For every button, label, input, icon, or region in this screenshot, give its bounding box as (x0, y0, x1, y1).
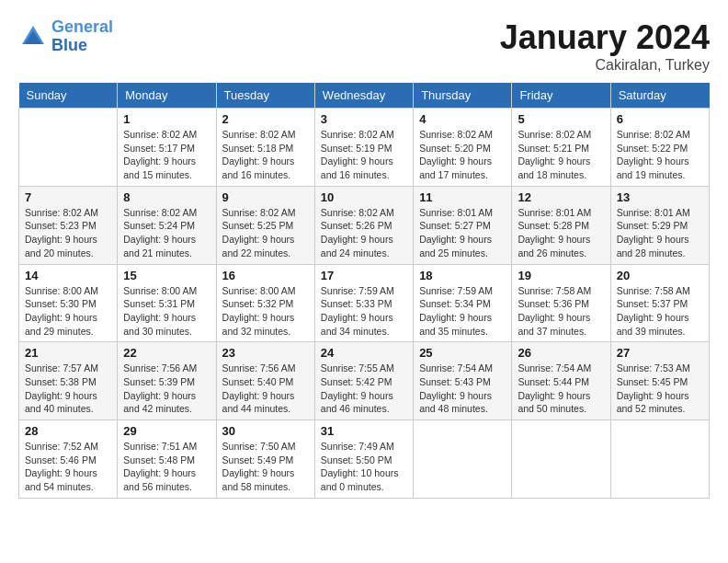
day-number: 4 (419, 112, 506, 126)
calendar-cell: 22Sunrise: 7:56 AM Sunset: 5:39 PM Dayli… (118, 342, 216, 420)
day-number: 9 (222, 190, 309, 204)
day-info: Sunrise: 7:49 AM Sunset: 5:50 PM Dayligh… (321, 440, 407, 494)
day-number: 29 (123, 424, 210, 438)
calendar-cell: 1Sunrise: 8:02 AM Sunset: 5:17 PM Daylig… (118, 109, 216, 187)
day-info: Sunrise: 8:02 AM Sunset: 5:23 PM Dayligh… (25, 206, 111, 260)
day-number: 21 (25, 346, 111, 360)
col-saturday: Saturday (610, 83, 709, 109)
day-number: 30 (222, 424, 309, 438)
day-number: 2 (222, 112, 309, 126)
day-number: 8 (123, 190, 210, 204)
day-number: 31 (321, 424, 407, 438)
day-number: 14 (25, 269, 111, 282)
day-info: Sunrise: 7:52 AM Sunset: 5:46 PM Dayligh… (25, 440, 111, 494)
calendar-cell: 30Sunrise: 7:50 AM Sunset: 5:49 PM Dayli… (216, 420, 314, 499)
calendar-cell (19, 109, 118, 187)
col-sunday: Sunday (19, 83, 118, 109)
day-info: Sunrise: 7:51 AM Sunset: 5:48 PM Dayligh… (123, 440, 210, 494)
col-thursday: Thursday (414, 83, 512, 109)
day-number: 25 (419, 346, 506, 360)
calendar-cell: 2Sunrise: 8:02 AM Sunset: 5:18 PM Daylig… (216, 109, 314, 187)
day-number: 26 (518, 346, 604, 360)
calendar-subtitle: Cakiralan, Turkey (500, 57, 710, 74)
logo-icon (18, 22, 48, 52)
day-info: Sunrise: 8:00 AM Sunset: 5:30 PM Dayligh… (25, 284, 111, 339)
day-number: 24 (321, 346, 407, 360)
day-info: Sunrise: 8:00 AM Sunset: 5:31 PM Dayligh… (123, 284, 210, 339)
day-number: 7 (25, 190, 111, 204)
day-info: Sunrise: 7:58 AM Sunset: 5:36 PM Dayligh… (518, 284, 604, 339)
calendar-cell: 23Sunrise: 7:56 AM Sunset: 5:40 PM Dayli… (216, 342, 314, 420)
calendar-cell: 13Sunrise: 8:01 AM Sunset: 5:29 PM Dayli… (610, 186, 709, 264)
day-info: Sunrise: 8:02 AM Sunset: 5:17 PM Dayligh… (123, 128, 210, 182)
calendar-cell: 4Sunrise: 8:02 AM Sunset: 5:20 PM Daylig… (414, 109, 512, 187)
day-number: 5 (518, 112, 604, 126)
day-info: Sunrise: 8:02 AM Sunset: 5:18 PM Dayligh… (222, 128, 309, 182)
calendar-cell: 24Sunrise: 7:55 AM Sunset: 5:42 PM Dayli… (314, 342, 413, 420)
day-number: 20 (617, 269, 703, 282)
calendar-cell: 9Sunrise: 8:02 AM Sunset: 5:25 PM Daylig… (216, 186, 314, 264)
col-wednesday: Wednesday (314, 83, 413, 109)
calendar-cell (414, 420, 512, 499)
calendar-cell: 27Sunrise: 7:53 AM Sunset: 5:45 PM Dayli… (610, 342, 709, 420)
day-number: 12 (518, 190, 604, 204)
day-number: 11 (419, 190, 506, 204)
day-number: 18 (419, 269, 506, 282)
calendar-cell: 3Sunrise: 8:02 AM Sunset: 5:19 PM Daylig… (314, 109, 413, 187)
calendar-cell (610, 420, 709, 499)
calendar-cell: 16Sunrise: 8:00 AM Sunset: 5:32 PM Dayli… (216, 264, 314, 342)
day-info: Sunrise: 7:59 AM Sunset: 5:34 PM Dayligh… (419, 284, 506, 339)
day-number: 22 (123, 346, 210, 360)
day-info: Sunrise: 8:01 AM Sunset: 5:28 PM Dayligh… (518, 206, 604, 260)
day-info: Sunrise: 7:58 AM Sunset: 5:37 PM Dayligh… (617, 284, 703, 339)
col-monday: Monday (118, 83, 216, 109)
calendar-cell: 25Sunrise: 7:54 AM Sunset: 5:43 PM Dayli… (414, 342, 512, 420)
calendar-cell: 11Sunrise: 8:01 AM Sunset: 5:27 PM Dayli… (414, 186, 512, 264)
logo: General Blue (18, 18, 113, 55)
day-number: 28 (25, 424, 111, 438)
day-info: Sunrise: 7:54 AM Sunset: 5:43 PM Dayligh… (419, 362, 506, 416)
title-block: January 2024 Cakiralan, Turkey (500, 18, 710, 74)
day-info: Sunrise: 7:54 AM Sunset: 5:44 PM Dayligh… (518, 362, 604, 416)
calendar-cell: 21Sunrise: 7:57 AM Sunset: 5:38 PM Dayli… (19, 342, 118, 420)
day-number: 13 (617, 190, 703, 204)
calendar-cell: 18Sunrise: 7:59 AM Sunset: 5:34 PM Dayli… (414, 264, 512, 342)
col-tuesday: Tuesday (216, 83, 314, 109)
day-info: Sunrise: 7:55 AM Sunset: 5:42 PM Dayligh… (321, 362, 407, 416)
page-header: General Blue January 2024 Cakiralan, Tur… (18, 18, 710, 74)
calendar-cell: 29Sunrise: 7:51 AM Sunset: 5:48 PM Dayli… (118, 420, 216, 499)
day-number: 23 (222, 346, 309, 360)
day-info: Sunrise: 8:02 AM Sunset: 5:22 PM Dayligh… (617, 128, 703, 182)
calendar-row-2: 7Sunrise: 8:02 AM Sunset: 5:23 PM Daylig… (19, 186, 710, 264)
calendar-cell: 7Sunrise: 8:02 AM Sunset: 5:23 PM Daylig… (19, 186, 118, 264)
calendar-cell: 19Sunrise: 7:58 AM Sunset: 5:36 PM Dayli… (512, 264, 610, 342)
calendar-row-4: 21Sunrise: 7:57 AM Sunset: 5:38 PM Dayli… (19, 342, 710, 420)
day-info: Sunrise: 8:02 AM Sunset: 5:24 PM Dayligh… (123, 206, 210, 260)
day-number: 10 (321, 190, 407, 204)
calendar-row-3: 14Sunrise: 8:00 AM Sunset: 5:30 PM Dayli… (19, 264, 710, 342)
day-info: Sunrise: 7:57 AM Sunset: 5:38 PM Dayligh… (25, 362, 111, 416)
calendar-table: Sunday Monday Tuesday Wednesday Thursday… (18, 83, 710, 499)
col-friday: Friday (512, 83, 610, 109)
day-info: Sunrise: 7:56 AM Sunset: 5:39 PM Dayligh… (123, 362, 210, 416)
calendar-title: January 2024 (500, 18, 710, 57)
calendar-cell: 26Sunrise: 7:54 AM Sunset: 5:44 PM Dayli… (512, 342, 610, 420)
day-info: Sunrise: 8:02 AM Sunset: 5:26 PM Dayligh… (321, 206, 407, 260)
calendar-header-row: Sunday Monday Tuesday Wednesday Thursday… (19, 83, 710, 109)
calendar-cell: 17Sunrise: 7:59 AM Sunset: 5:33 PM Dayli… (314, 264, 413, 342)
day-info: Sunrise: 8:02 AM Sunset: 5:20 PM Dayligh… (419, 128, 506, 182)
day-info: Sunrise: 8:00 AM Sunset: 5:32 PM Dayligh… (222, 284, 309, 339)
day-info: Sunrise: 8:02 AM Sunset: 5:21 PM Dayligh… (518, 128, 604, 182)
day-number: 3 (321, 112, 407, 126)
calendar-cell: 8Sunrise: 8:02 AM Sunset: 5:24 PM Daylig… (118, 186, 216, 264)
logo-text: General Blue (51, 18, 113, 55)
calendar-cell: 31Sunrise: 7:49 AM Sunset: 5:50 PM Dayli… (314, 420, 413, 499)
calendar-cell: 20Sunrise: 7:58 AM Sunset: 5:37 PM Dayli… (610, 264, 709, 342)
day-info: Sunrise: 8:02 AM Sunset: 5:25 PM Dayligh… (222, 206, 309, 260)
calendar-cell: 6Sunrise: 8:02 AM Sunset: 5:22 PM Daylig… (610, 109, 709, 187)
day-number: 15 (123, 269, 210, 282)
day-number: 17 (321, 269, 407, 282)
calendar-cell: 5Sunrise: 8:02 AM Sunset: 5:21 PM Daylig… (512, 109, 610, 187)
calendar-cell: 14Sunrise: 8:00 AM Sunset: 5:30 PM Dayli… (19, 264, 118, 342)
calendar-cell: 15Sunrise: 8:00 AM Sunset: 5:31 PM Dayli… (118, 264, 216, 342)
